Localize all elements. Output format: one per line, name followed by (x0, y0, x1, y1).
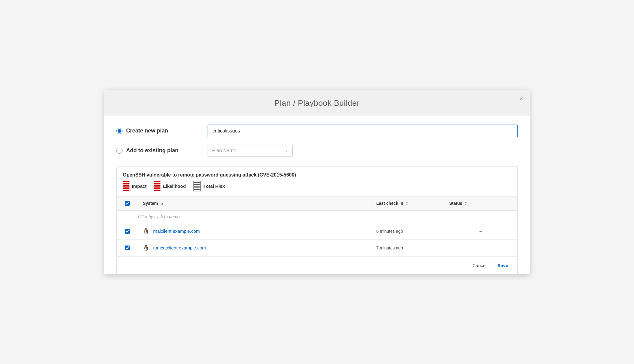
table-footer: Cancel Save (117, 256, 517, 274)
th-system[interactable]: System ▲ (138, 197, 371, 210)
linux-icon: 🐧 (143, 228, 150, 235)
plan-name-dropdown[interactable]: Plan Name ⌄ (208, 145, 293, 157)
likelihood-icon (154, 181, 160, 191)
th-checkbox (117, 197, 138, 210)
row1-status-cell: – (444, 223, 517, 239)
row2-checkin-cell: 7 minutes ago (371, 241, 444, 255)
table-row: 🐧 rhaiclient.example.com 6 minutes ago – (117, 223, 517, 240)
row1-checkin-cell: 6 minutes ago (371, 224, 444, 239)
total-risk-icon (193, 181, 201, 191)
modal-body: Create new plan Add to existing plan Pla… (104, 115, 530, 274)
impact-indicator: Impact (123, 181, 146, 191)
risk-indicators: Impact Likelihood (123, 181, 511, 191)
row2-status-cell: – (444, 240, 517, 256)
add-existing-radio[interactable] (116, 148, 122, 154)
vulnerability-header: OpenSSH vulnerable to remote password gu… (117, 167, 517, 197)
modal-container: × Plan / Playbook Builder Create new pla… (104, 90, 530, 274)
table-row: 🐧 tomcatclient.example.com 7 minutes ago… (117, 240, 517, 256)
new-plan-name-input[interactable] (208, 125, 518, 137)
status-sort-icon[interactable]: ▲ ▼ (465, 201, 467, 206)
row2-checkbox-cell (117, 241, 138, 255)
cancel-button[interactable]: Cancel (469, 261, 490, 270)
create-new-label[interactable]: Create new plan (116, 128, 202, 134)
row1-checkbox[interactable] (125, 229, 130, 234)
create-new-radio[interactable] (116, 128, 122, 134)
likelihood-indicator: Likelihood (154, 181, 186, 191)
total-risk-indicator: Total Risk (193, 181, 225, 191)
modal-header: Plan / Playbook Builder (104, 90, 530, 115)
row1-system-link[interactable]: rhaiclient.example.com (153, 228, 200, 234)
row2-system-cell: 🐧 tomcatclient.example.com (138, 240, 371, 256)
row1-system-cell: 🐧 rhaiclient.example.com (138, 223, 371, 239)
create-new-option-row: Create new plan (116, 125, 518, 137)
save-button[interactable]: Save (494, 261, 511, 270)
th-status[interactable]: Status ▲ ▼ (444, 197, 517, 210)
add-existing-label[interactable]: Add to existing plan (116, 147, 202, 154)
system-sort-icon[interactable]: ▲ (160, 201, 164, 205)
filter-row: Filter by system name (117, 211, 517, 223)
chevron-down-icon: ⌄ (285, 149, 288, 153)
modal-title: Plan / Playbook Builder (104, 98, 530, 108)
impact-icon (123, 181, 129, 191)
close-button[interactable]: × (519, 95, 523, 102)
vulnerability-title: OpenSSH vulnerable to remote password gu… (123, 172, 511, 178)
plan-options: Create new plan Add to existing plan Pla… (116, 125, 518, 157)
table-header: System ▲ Last check in ▲ ▼ Status ▲ ▼ (117, 197, 517, 211)
row2-checkbox[interactable] (125, 246, 130, 250)
linux-icon: 🐧 (143, 245, 150, 251)
th-last-check-in[interactable]: Last check in ▲ ▼ (371, 197, 444, 210)
row2-system-link[interactable]: tomcatclient.example.com (153, 245, 206, 250)
select-all-checkbox[interactable] (125, 201, 130, 206)
add-existing-option-row: Add to existing plan Plan Name ⌄ (116, 145, 518, 157)
checkin-sort-icon[interactable]: ▲ ▼ (406, 201, 408, 206)
row1-checkbox-cell (117, 224, 138, 239)
vulnerability-section: OpenSSH vulnerable to remote password gu… (116, 167, 518, 274)
